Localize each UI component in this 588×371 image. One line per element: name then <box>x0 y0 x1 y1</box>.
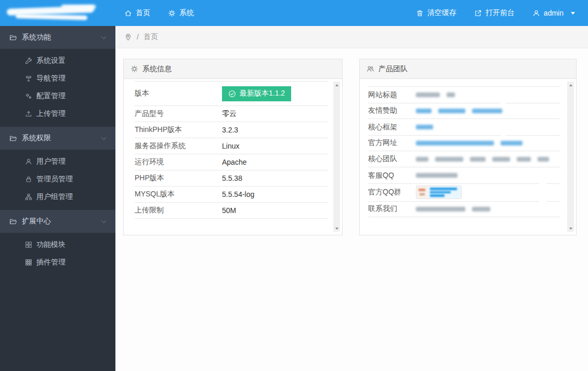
breadcrumb-separator: / <box>137 33 139 41</box>
table-row: 联系我们 <box>368 201 560 217</box>
sidebar-item-label: 用户管理 <box>36 157 66 166</box>
sidebar-item-label: 插件管理 <box>36 258 66 267</box>
scroll-down-arrow[interactable] <box>567 225 574 232</box>
gear-icon <box>130 65 138 73</box>
row-label: 网站标题 <box>368 90 416 100</box>
sidebar-item[interactable]: 插件管理 <box>0 254 115 271</box>
sidebar-section-0[interactable]: 系统功能 <box>0 26 115 49</box>
sidebar-section-items: 系统设置导航管理配置管理上传管理 <box>0 49 115 127</box>
row-value <box>416 207 560 211</box>
redacted-link[interactable] <box>416 109 432 113</box>
group-icon <box>25 193 32 201</box>
redacted-text <box>472 207 490 211</box>
redacted-text <box>492 157 510 162</box>
row-label: 产品型号 <box>135 109 222 118</box>
chevron-down-icon <box>101 34 107 39</box>
scrollbar[interactable] <box>567 82 574 232</box>
scroll-down-arrow[interactable] <box>333 225 340 232</box>
row-label: 版本 <box>135 89 222 98</box>
check-circle-icon <box>228 90 236 98</box>
admin-menu[interactable]: admin <box>524 0 584 26</box>
table-row: 服务器操作系统Linux <box>135 138 328 154</box>
redacted-text <box>435 157 463 162</box>
sidebar-item[interactable]: 功能模块 <box>0 236 115 254</box>
sidebar-item[interactable]: 上传管理 <box>0 105 115 123</box>
sidebar-item-label: 系统设置 <box>36 56 66 65</box>
folder-icon <box>9 34 17 42</box>
row-label: 运行环境 <box>135 157 222 167</box>
sidebar-section-label: 扩展中心 <box>22 217 51 226</box>
row-label: 联系我们 <box>368 204 416 214</box>
redacted-text <box>470 157 486 162</box>
table-row: 客服QQ <box>368 167 560 183</box>
sidebar-section-2[interactable]: 扩展中心 <box>0 210 115 233</box>
nav-home[interactable]: 首页 <box>115 0 159 26</box>
chevron-down-icon <box>101 135 107 140</box>
sidebar-item-label: 管理员管理 <box>36 175 73 184</box>
sidebar: 系统功能系统设置导航管理配置管理上传管理系统权限用户管理管理员管理用户组管理扩展… <box>0 26 115 371</box>
row-label: 客服QQ <box>368 171 416 180</box>
redacted-text <box>517 157 531 162</box>
system-info-panel-body: 版本最新版本1.1.2产品型号零云ThinkPHP版本3.2.3服务器操作系统L… <box>124 79 342 235</box>
row-label: 友情赞助 <box>368 106 416 115</box>
breadcrumb: / 首页 <box>115 26 588 48</box>
sidebar-item[interactable]: 系统设置 <box>0 52 115 70</box>
open-frontend-button[interactable]: 打开前台 <box>465 0 524 26</box>
table-row: 网站标题 <box>368 87 560 103</box>
team-icon <box>367 65 374 73</box>
row-label: MYSQL版本 <box>135 190 222 199</box>
row-value <box>416 125 560 129</box>
censored-logo-scribble <box>16 14 87 20</box>
row-value <box>416 141 560 145</box>
row-value: 零云 <box>222 109 328 118</box>
sidebar-section-label: 系统功能 <box>22 33 51 42</box>
row-value: 最新版本1.1.2 <box>222 86 328 101</box>
breadcrumb-current[interactable]: 首页 <box>143 32 158 42</box>
wrench-icon <box>25 57 32 64</box>
row-label: PHP版本 <box>135 174 222 183</box>
sidebar-item-label: 导航管理 <box>36 74 66 83</box>
table-row: 核心团队 <box>368 151 560 167</box>
signpost-icon <box>25 75 32 82</box>
redacted-link[interactable] <box>472 109 502 113</box>
nav-system[interactable]: 系统 <box>159 0 203 26</box>
app-logo[interactable] <box>0 0 115 26</box>
row-label: 服务器操作系统 <box>135 141 222 151</box>
redacted-link[interactable] <box>416 125 433 129</box>
clear-cache-label: 清空缓存 <box>427 8 456 18</box>
row-label: ThinkPHP版本 <box>135 125 222 135</box>
row-label: 上传限制 <box>135 206 222 215</box>
row-value: 5.5.38 <box>222 174 328 182</box>
sidebar-section-items: 用户管理管理员管理用户组管理 <box>0 150 115 210</box>
plugin-icon <box>25 259 32 266</box>
sidebar-section-1[interactable]: 系统权限 <box>0 127 115 150</box>
redacted-link[interactable] <box>501 141 522 145</box>
table-row: 产品型号零云 <box>135 106 328 122</box>
home-icon <box>124 9 132 17</box>
sidebar-item[interactable]: 配置管理 <box>0 87 115 105</box>
table-row: 上传限制50M <box>135 203 328 219</box>
redacted-text <box>447 92 455 97</box>
sidebar-item[interactable]: 管理员管理 <box>0 170 115 188</box>
row-value <box>416 157 560 162</box>
top-nav-right: 清空缓存 打开前台 admin <box>407 0 588 26</box>
qq-group-badge[interactable] <box>416 186 462 199</box>
clear-cache-button[interactable]: 清空缓存 <box>407 0 465 26</box>
sidebar-item[interactable]: 用户组管理 <box>0 188 115 206</box>
scroll-up-arrow[interactable] <box>333 82 340 88</box>
location-pin-icon <box>124 33 132 41</box>
scroll-up-arrow[interactable] <box>567 82 574 88</box>
redacted-link[interactable] <box>438 109 465 113</box>
product-team-panel: 产品团队 网站标题友情赞助核心框架官方网址核心团队客服QQ官方QQ群联系我们 <box>359 59 577 235</box>
product-team-panel-body: 网站标题友情赞助核心框架官方网址核心团队客服QQ官方QQ群联系我们 <box>360 79 576 235</box>
sidebar-item[interactable]: 用户管理 <box>0 153 115 170</box>
scrollbar[interactable] <box>333 82 340 232</box>
redacted-link[interactable] <box>416 141 494 145</box>
row-value <box>416 92 560 97</box>
chevron-down-icon <box>101 218 107 223</box>
sidebar-section-label: 系统权限 <box>22 134 51 143</box>
table-row: 运行环境Apache <box>135 154 328 170</box>
row-value <box>416 186 560 199</box>
nav-home-label: 首页 <box>136 8 150 18</box>
sidebar-item[interactable]: 导航管理 <box>0 70 115 87</box>
